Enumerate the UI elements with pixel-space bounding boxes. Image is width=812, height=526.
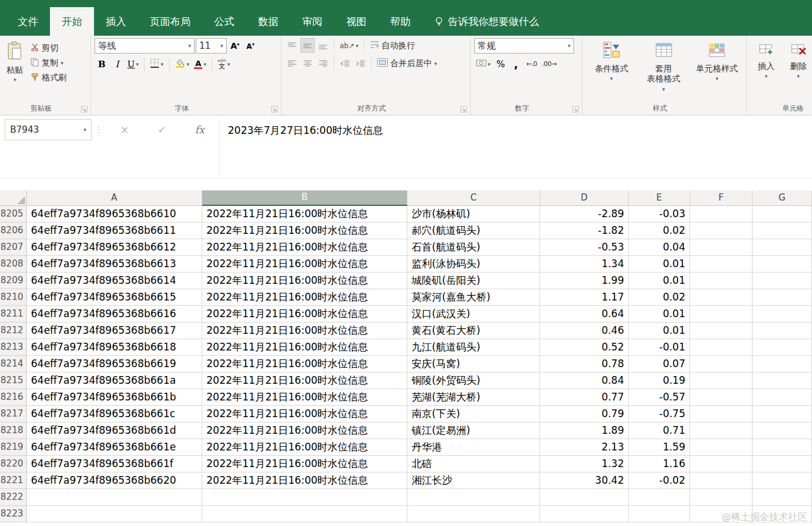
comma-style-button[interactable]: , xyxy=(509,57,523,71)
cell-E8207[interactable]: 0.04 xyxy=(629,239,690,256)
cell-B8212[interactable]: 2022年11月21日16:00时水位信息 xyxy=(202,323,407,339)
cell-F8220[interactable] xyxy=(690,456,753,472)
merge-center-button[interactable]: 合并后居中 ▾ xyxy=(375,56,439,71)
cell-A8206[interactable]: 64eff7a9734f8965368b6611 xyxy=(27,223,202,239)
cell-B8208[interactable]: 2022年11月21日16:00时水位信息 xyxy=(202,256,407,273)
delete-cells-button[interactable]: 删除 ▾ xyxy=(782,38,812,80)
cell-D8205[interactable]: -2.89 xyxy=(540,206,629,223)
cell-B8217[interactable]: 2022年11月21日16:00时水位信息 xyxy=(202,406,407,422)
row-header-8210[interactable]: 8210 xyxy=(0,289,27,306)
cell-B8216[interactable]: 2022年11月21日16:00时水位信息 xyxy=(202,389,407,406)
decrease-font-size-button[interactable]: A▾ xyxy=(243,39,258,54)
name-box[interactable]: B7943 ▾ xyxy=(5,119,92,140)
cell-A8207[interactable]: 64eff7a9734f8965368b6612 xyxy=(27,239,202,256)
cell-D8222[interactable] xyxy=(540,489,629,506)
cell-E8220[interactable]: 1.16 xyxy=(629,456,690,472)
cell-A8215[interactable]: 64eff7a9734f8965368b661a xyxy=(27,372,202,389)
bottom-align-button[interactable] xyxy=(316,38,330,53)
cell-E8211[interactable]: 0.01 xyxy=(629,306,690,323)
cell-B8213[interactable]: 2022年11月21日16:00时水位信息 xyxy=(202,339,407,356)
column-header-A[interactable]: A xyxy=(27,190,202,206)
cell-B8223[interactable] xyxy=(202,506,407,522)
row-header-8217[interactable]: 8217 xyxy=(0,406,27,422)
tab-data[interactable]: 数据 xyxy=(246,7,290,36)
cell-C8212[interactable]: 黄石(黄石大桥) xyxy=(407,323,540,339)
cell-F8215[interactable] xyxy=(690,372,753,389)
column-header-F[interactable]: F xyxy=(690,190,753,206)
cell-A8205[interactable]: 64eff7a9734f8965368b6610 xyxy=(27,206,202,223)
cell-D8218[interactable]: 1.89 xyxy=(540,422,629,439)
select-all-corner[interactable] xyxy=(0,190,27,206)
cell-G8215[interactable] xyxy=(753,372,812,389)
cell-G8211[interactable] xyxy=(753,306,812,323)
cell-F8208[interactable] xyxy=(690,256,753,273)
tab-home[interactable]: 开始 xyxy=(50,7,94,36)
cell-G8210[interactable] xyxy=(753,289,812,306)
cell-B8206[interactable]: 2022年11月21日16:00时水位信息 xyxy=(202,223,407,239)
cell-styles-button[interactable]: 单元格样式 ▾ xyxy=(690,38,744,93)
tab-page-layout[interactable]: 页面布局 xyxy=(138,7,202,36)
tab-tellme[interactable]: 告诉我你想要做什么 xyxy=(422,7,551,36)
cell-C8205[interactable]: 沙市(杨林矶) xyxy=(407,206,540,223)
cell-D8220[interactable]: 1.32 xyxy=(540,456,629,472)
row-header-8219[interactable]: 8219 xyxy=(0,439,27,456)
row-header-8214[interactable]: 8214 xyxy=(0,356,27,372)
cell-C8211[interactable]: 汉口(武汉关) xyxy=(407,306,540,323)
cell-E8221[interactable]: -0.02 xyxy=(629,472,690,489)
cell-E8223[interactable] xyxy=(629,506,690,522)
cell-F8214[interactable] xyxy=(690,356,753,372)
cell-D8208[interactable]: 1.34 xyxy=(540,256,629,273)
cell-F8209[interactable] xyxy=(690,273,753,289)
cell-A8217[interactable]: 64eff7a9734f8965368b661c xyxy=(27,406,202,422)
font-color-button[interactable]: A ▾ xyxy=(192,57,208,71)
cell-F8213[interactable] xyxy=(690,339,753,356)
cell-D8207[interactable]: -0.53 xyxy=(540,239,629,256)
dialog-launcher-icon[interactable]: ↘ xyxy=(81,106,87,112)
cell-F8212[interactable] xyxy=(690,323,753,339)
cell-C8208[interactable]: 监利(泳协码头) xyxy=(407,256,540,273)
cell-D8219[interactable]: 2.13 xyxy=(540,439,629,456)
tab-view[interactable]: 视图 xyxy=(334,7,378,36)
dialog-launcher-icon[interactable]: ↘ xyxy=(271,106,278,112)
cell-C8217[interactable]: 南京(下关) xyxy=(407,406,540,422)
row-header-8221[interactable]: 8221 xyxy=(0,472,27,489)
row-header-8209[interactable]: 8209 xyxy=(0,273,27,289)
phonetic-guide-button[interactable]: wén 文 ▾ xyxy=(216,57,232,71)
cell-C8220[interactable]: 北碚 xyxy=(407,456,540,472)
cell-A8223[interactable] xyxy=(27,506,202,522)
row-header-8211[interactable]: 8211 xyxy=(0,306,27,323)
cell-C8209[interactable]: 城陵矶(岳阳关) xyxy=(407,273,540,289)
cell-G8206[interactable] xyxy=(753,223,812,239)
cell-E8215[interactable]: 0.19 xyxy=(629,372,690,389)
insert-cells-button[interactable]: 插入 ▾ xyxy=(750,38,782,80)
increase-decimal-button[interactable]: ←.0 xyxy=(525,57,539,71)
cell-G8212[interactable] xyxy=(753,323,812,339)
underline-button[interactable]: U▾ xyxy=(126,57,140,71)
cell-B8222[interactable] xyxy=(202,489,407,506)
row-header-8220[interactable]: 8220 xyxy=(0,456,27,472)
cell-C8214[interactable]: 安庆(马窝) xyxy=(407,356,540,372)
column-header-G[interactable]: G xyxy=(753,190,812,206)
cell-A8211[interactable]: 64eff7a9734f8965368b6616 xyxy=(27,306,202,323)
tab-formulas[interactable]: 公式 xyxy=(202,7,246,36)
cell-E8205[interactable]: -0.03 xyxy=(629,206,690,223)
cell-G8218[interactable] xyxy=(753,422,812,439)
top-align-button[interactable] xyxy=(285,38,299,53)
cell-G8216[interactable] xyxy=(753,389,812,406)
format-painter-button[interactable]: 格式刷 xyxy=(29,70,68,85)
row-header-8213[interactable]: 8213 xyxy=(0,339,27,356)
cell-C8216[interactable]: 芜湖(芜湖大桥) xyxy=(407,389,540,406)
row-header-8212[interactable]: 8212 xyxy=(0,323,27,339)
cell-F8211[interactable] xyxy=(690,306,753,323)
cell-D8206[interactable]: -1.82 xyxy=(540,223,629,239)
cell-B8221[interactable]: 2022年11月21日16:00时水位信息 xyxy=(202,472,407,489)
cell-A8214[interactable]: 64eff7a9734f8965368b6619 xyxy=(27,356,202,372)
cell-E8212[interactable]: 0.01 xyxy=(629,323,690,339)
cell-C8218[interactable]: 镇江(定易洲) xyxy=(407,422,540,439)
row-header-8216[interactable]: 8216 xyxy=(0,389,27,406)
cell-C8206[interactable]: 郝穴(航道码头) xyxy=(407,223,540,239)
insert-function-icon[interactable]: fx xyxy=(195,124,205,136)
row-header-8223[interactable]: 8223 xyxy=(0,506,27,522)
cell-B8209[interactable]: 2022年11月21日16:00时水位信息 xyxy=(202,273,407,289)
cell-A8216[interactable]: 64eff7a9734f8965368b661b xyxy=(27,389,202,406)
